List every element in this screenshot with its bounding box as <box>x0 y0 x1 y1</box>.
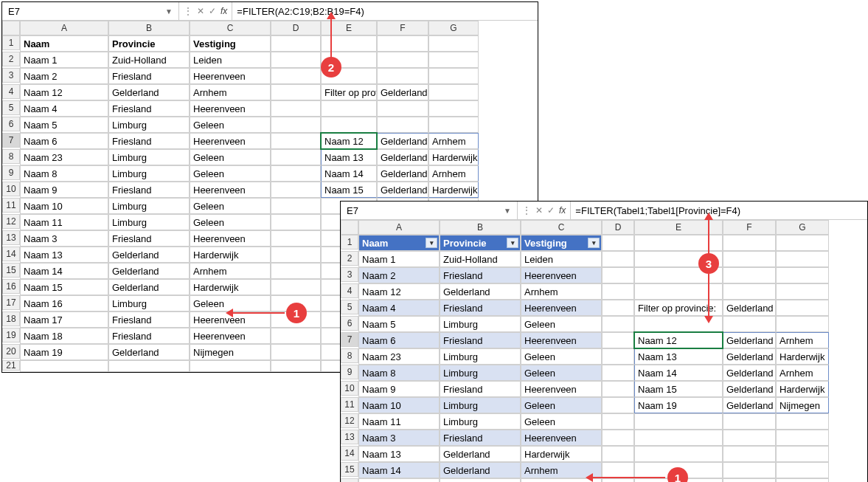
cell[interactable]: Gelderland <box>440 446 521 462</box>
cell[interactable] <box>271 198 321 214</box>
row-header[interactable]: 10 <box>341 381 358 396</box>
column-header[interactable]: A <box>20 21 108 35</box>
cell[interactable]: Naam 11 <box>20 214 108 230</box>
cell[interactable] <box>602 365 634 381</box>
cell[interactable] <box>271 263 321 279</box>
cell[interactable]: Naam 6 <box>358 332 440 348</box>
cell[interactable]: Limburg <box>440 397 521 413</box>
row-header[interactable]: 14 <box>2 247 20 261</box>
column-header[interactable]: C <box>190 21 271 35</box>
cell[interactable]: Harderwijk <box>776 381 829 397</box>
cell[interactable] <box>377 117 428 133</box>
formula-input[interactable]: =FILTER(Tabel1;Tabel1[Provincie]=F4) <box>571 204 867 218</box>
cell[interactable] <box>634 446 723 462</box>
cell[interactable]: Naam 12 <box>358 283 440 300</box>
cell[interactable]: Naam 4 <box>358 300 440 316</box>
cell[interactable]: Gelderland <box>723 397 776 413</box>
cell[interactable]: Friesland <box>440 267 521 283</box>
cell[interactable] <box>602 332 634 348</box>
cell[interactable] <box>602 251 634 267</box>
cell[interactable]: Naam <box>20 35 108 52</box>
cell[interactable]: Naam 5 <box>358 316 440 332</box>
cell[interactable]: Limburg <box>108 149 190 165</box>
table-header[interactable]: Naam▾ <box>358 235 440 251</box>
cell[interactable] <box>321 117 377 133</box>
row-header[interactable]: 17 <box>2 295 20 310</box>
cell[interactable] <box>428 52 479 68</box>
cell[interactable]: Gelderland <box>723 348 776 365</box>
cell[interactable]: Naam 15 <box>321 182 377 198</box>
cell[interactable]: Friesland <box>108 133 190 149</box>
column-header[interactable]: D <box>602 220 634 235</box>
cell[interactable]: Naam 4 <box>20 100 108 117</box>
column-header[interactable]: F <box>723 220 776 235</box>
table-header[interactable]: Vestiging▾ <box>521 235 602 251</box>
column-header[interactable]: D <box>271 21 321 35</box>
select-all-corner[interactable] <box>341 220 358 235</box>
cell[interactable]: Friesland <box>440 381 521 397</box>
cell[interactable]: Vestiging <box>190 35 271 52</box>
filter-dropdown-icon[interactable]: ▾ <box>426 238 437 248</box>
row-header[interactable]: 2 <box>341 251 358 266</box>
cell[interactable]: Gelderland <box>723 332 776 348</box>
cell[interactable] <box>271 149 321 165</box>
cell[interactable] <box>271 247 321 263</box>
cell[interactable] <box>271 100 321 117</box>
column-header[interactable]: B <box>108 21 190 35</box>
cell[interactable] <box>776 413 829 430</box>
cell[interactable]: Naam 6 <box>20 133 108 149</box>
cell[interactable] <box>190 360 271 372</box>
cell[interactable]: Arnhem <box>521 283 602 300</box>
cell[interactable] <box>602 462 634 478</box>
fx-icon[interactable]: fx <box>559 205 566 216</box>
cell[interactable] <box>602 235 634 251</box>
cell[interactable] <box>776 462 829 478</box>
cell[interactable] <box>602 381 634 397</box>
cell[interactable]: Heerenveen <box>521 300 602 316</box>
cell[interactable]: Limburg <box>108 198 190 214</box>
cell[interactable]: Friesland <box>440 430 521 446</box>
row-header[interactable]: 16 <box>341 478 358 482</box>
cell[interactable] <box>377 52 428 68</box>
cell[interactable]: Gelderland <box>440 478 521 482</box>
row-header[interactable]: 3 <box>2 68 20 83</box>
cell[interactable]: Gelderland <box>377 182 428 198</box>
cell[interactable] <box>271 344 321 360</box>
cell[interactable] <box>271 133 321 149</box>
cell[interactable]: Friesland <box>108 182 190 198</box>
cell[interactable]: Geleen <box>521 316 602 332</box>
cell[interactable]: Arnhem <box>428 133 479 149</box>
cell[interactable]: Limburg <box>440 316 521 332</box>
cell[interactable]: Naam 14 <box>358 462 440 478</box>
cell[interactable] <box>776 430 829 446</box>
cell[interactable]: Filter op provincie: <box>321 84 377 100</box>
row-header[interactable]: 2 <box>2 52 20 66</box>
cell[interactable]: Heerenveen <box>521 430 602 446</box>
cell[interactable]: Arnhem <box>776 365 829 381</box>
cell[interactable]: Naam 23 <box>358 348 440 365</box>
cell[interactable]: Naam 14 <box>634 365 723 381</box>
cancel-icon[interactable]: ✕ <box>535 205 543 216</box>
select-all-corner[interactable] <box>2 21 20 35</box>
cell[interactable]: Gelderland <box>440 283 521 300</box>
cell[interactable] <box>271 84 321 100</box>
cell[interactable]: Naam 13 <box>321 149 377 165</box>
row-header[interactable]: 3 <box>341 267 358 282</box>
cell[interactable]: Arnhem <box>776 332 829 348</box>
cell[interactable]: Gelderland <box>723 381 776 397</box>
column-header[interactable]: E <box>634 220 723 235</box>
row-header[interactable]: 14 <box>341 446 358 461</box>
cell[interactable] <box>602 300 634 316</box>
cell[interactable]: Nijmegen <box>776 397 829 413</box>
cell[interactable] <box>20 360 108 372</box>
chevron-down-icon[interactable]: ▼ <box>504 207 511 215</box>
cell[interactable]: Geleen <box>190 214 271 230</box>
row-header[interactable]: 12 <box>341 413 358 428</box>
cell[interactable] <box>723 413 776 430</box>
check-icon[interactable]: ✓ <box>547 205 555 216</box>
cell[interactable]: Geleen <box>190 198 271 214</box>
cell[interactable]: Geleen <box>190 149 271 165</box>
cell[interactable]: Gelderland <box>377 84 428 100</box>
cell[interactable] <box>428 117 479 133</box>
cell[interactable] <box>723 446 776 462</box>
